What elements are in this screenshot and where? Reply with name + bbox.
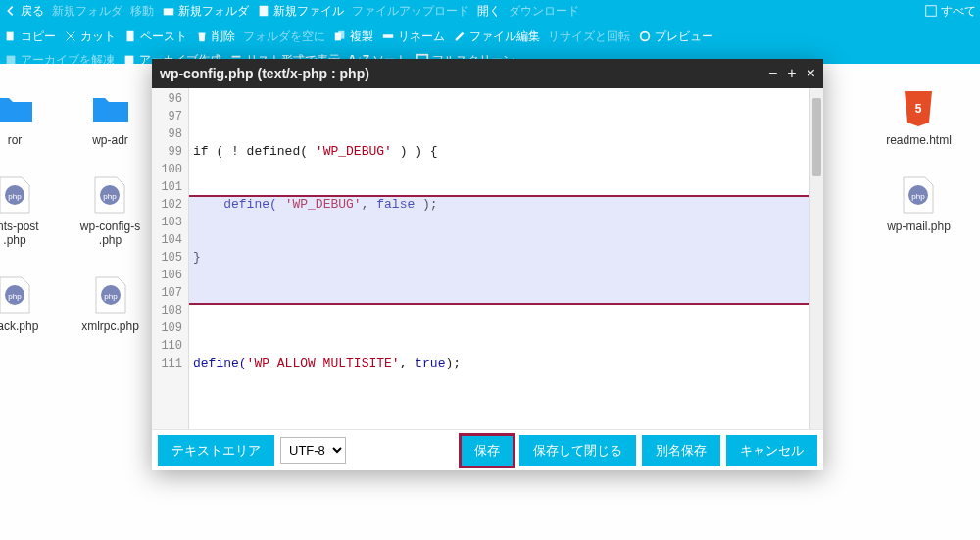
php-icon: php [0, 174, 34, 216]
editor-titlebar[interactable]: wp-config.php (text/x-php : php) − + × [152, 59, 823, 88]
save-close-button[interactable]: 保存して閉じる [519, 435, 636, 466]
svg-rect-0 [164, 8, 174, 15]
editor-footer: テキストエリア UTF-8 保存 保存して閉じる 別名保存 キャンセル [152, 429, 823, 470]
folder-icon [91, 88, 130, 129]
file-label: ror [8, 133, 23, 147]
php-icon: php [899, 174, 938, 216]
file-label: wp-mail.php [887, 220, 951, 233]
svg-text:php: php [104, 292, 118, 301]
paste-button[interactable]: ペースト [123, 28, 187, 45]
back-button[interactable]: 戻る [4, 3, 44, 20]
folder-icon-item[interactable]: ror [0, 88, 34, 147]
svg-rect-3 [7, 32, 14, 41]
close-icon[interactable]: × [807, 65, 815, 82]
save-as-button[interactable]: 別名保存 [642, 435, 720, 466]
file-edit-button[interactable]: ファイル編集 [453, 28, 540, 45]
php-file-item[interactable]: phpwp-mail.php [887, 174, 951, 233]
save-button[interactable]: 保存 [461, 435, 514, 466]
editor-window: wp-config.php (text/x-php : php) − + × 9… [152, 59, 823, 470]
scrollbar-thumb[interactable] [812, 98, 821, 176]
cut-button[interactable]: カット [64, 28, 116, 45]
svg-point-8 [641, 32, 650, 41]
new-file-button[interactable]: 新規ファイル [257, 3, 344, 20]
php-file-item[interactable]: phpwp-config-s .php [80, 174, 140, 247]
svg-text:php: php [8, 292, 22, 301]
svg-text:php: php [104, 192, 118, 201]
svg-rect-2 [926, 6, 937, 17]
select-all-button[interactable]: すべて [924, 3, 976, 20]
encoding-select[interactable]: UTF-8 [280, 437, 346, 464]
rename-button[interactable]: リネーム [381, 28, 445, 45]
file-label: back.php [0, 319, 38, 333]
html-icon: 5 [899, 88, 938, 129]
file-label: wp-config-s .php [80, 220, 140, 247]
textarea-button[interactable]: テキストエリア [158, 435, 274, 466]
file-label: ents-post .php [0, 220, 39, 247]
editor-title: wp-config.php (text/x-php : php) [160, 66, 369, 81]
code-area[interactable]: 9697989910010110210310410510610710810911… [152, 88, 823, 429]
delete-button[interactable]: 削除 [195, 28, 235, 45]
empty-folder-button[interactable]: フォルダを空に [243, 28, 325, 45]
folder-icon-item[interactable]: wp-adr [91, 88, 130, 147]
html-file-item[interactable]: 5readme.html [886, 88, 952, 147]
line-gutter: 9697989910010110210310410510610710810911… [152, 88, 189, 429]
svg-rect-1 [260, 6, 269, 17]
folder-icon [0, 88, 34, 129]
file-label: readme.html [886, 133, 952, 147]
php-icon: php [91, 274, 130, 316]
copy-button[interactable]: コピー [4, 28, 56, 45]
code-content[interactable]: if ( ! defined( 'WP_DEBUG' ) ) { define(… [189, 88, 809, 429]
duplicate-button[interactable]: 複製 [333, 28, 373, 45]
file-upload-button[interactable]: ファイルアップロード [352, 3, 469, 20]
php-file-item[interactable]: phpxmlrpc.php [81, 274, 139, 333]
svg-text:php: php [8, 192, 22, 201]
svg-text:php: php [912, 192, 926, 201]
new-folder-button[interactable]: 新規フォルダ [52, 3, 122, 20]
minimize-icon[interactable]: − [768, 65, 777, 82]
svg-text:5: 5 [915, 102, 922, 116]
new-folder2-button[interactable]: 新規フォルダ [162, 3, 249, 20]
php-file-item[interactable]: phpback.php [0, 274, 38, 333]
svg-rect-6 [338, 31, 344, 39]
maximize-icon[interactable]: + [787, 65, 796, 82]
download-button[interactable]: ダウンロード [509, 3, 579, 20]
php-icon: php [0, 274, 34, 316]
preview-button[interactable]: プレビュー [638, 28, 713, 45]
open-button[interactable]: 開く [477, 3, 501, 20]
file-label: xmlrpc.php [81, 319, 139, 333]
svg-rect-7 [383, 34, 394, 38]
vertical-scrollbar[interactable] [809, 88, 823, 429]
cancel-button[interactable]: キャンセル [726, 435, 817, 466]
file-manager-toolbar: 戻る 新規フォルダ 移動 新規フォルダ 新規ファイル ファイルアップロード 開く… [0, 0, 980, 64]
resize-rotate-button[interactable]: リサイズと回転 [548, 28, 630, 45]
php-icon: php [90, 174, 129, 216]
php-file-item[interactable]: phpents-post .php [0, 174, 39, 247]
move-button[interactable]: 移動 [130, 3, 154, 20]
file-label: wp-adr [92, 133, 128, 147]
svg-rect-4 [127, 31, 134, 42]
